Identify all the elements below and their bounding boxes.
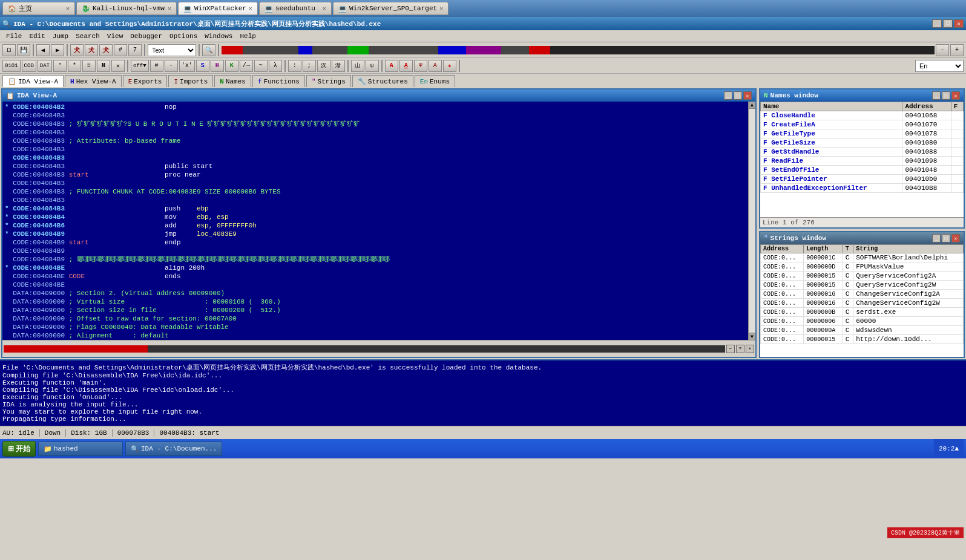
btn-star2[interactable]: ✶	[443, 60, 456, 72]
btn-hash2[interactable]: #	[150, 60, 163, 72]
btn-tilde[interactable]: ~	[254, 60, 268, 72]
btn-A2[interactable]: A	[399, 60, 413, 72]
menu-search[interactable]: Search	[72, 32, 104, 41]
back-button[interactable]: ◀	[36, 44, 50, 56]
scrollbar-up-btn[interactable]: ▲	[749, 102, 755, 109]
btn-asm1[interactable]: 0101	[2, 60, 21, 72]
tab-close-kali[interactable]: ✕	[168, 5, 171, 12]
bottom-nav-bar[interactable]	[4, 345, 725, 353]
names-table-row[interactable]: F CloseHandle 00401068	[761, 111, 964, 120]
strings-table-row[interactable]: CODE:0... 0000000D C FPUMaskValue	[761, 262, 964, 272]
btn-cross[interactable]: ✕	[111, 60, 125, 72]
scrollbar-down-btn[interactable]: ▼	[749, 333, 755, 340]
tab-ida-view[interactable]: 📋 IDA View-A	[2, 75, 64, 87]
menu-help[interactable]: Help	[236, 32, 259, 41]
taskbar-task-ida[interactable]: 🔍 IDA - C:\Documen...	[125, 441, 222, 456]
tab-home[interactable]: 🏠 主页 ✕	[2, 2, 75, 15]
strings-table-row[interactable]: CODE:0... 00000015 C QueryServiceConfig2…	[761, 272, 964, 281]
search-btn1[interactable]: 犬	[70, 44, 84, 56]
btn-S[interactable]: S	[196, 60, 209, 72]
btn-psi[interactable]: Ψ	[414, 60, 427, 72]
new-button[interactable]: 🗋	[2, 44, 16, 56]
tab-winxp[interactable]: 💻 WinXPattacker ✕	[178, 2, 258, 15]
strings-minimize-btn[interactable]: _	[932, 234, 941, 243]
tab-close-win2k[interactable]: ✕	[439, 5, 443, 12]
btn-A3[interactable]: A	[429, 60, 442, 72]
bottom-plus-btn[interactable]: +	[746, 345, 754, 353]
navigation-bar[interactable]	[222, 46, 935, 54]
names-restore-btn[interactable]: □	[942, 91, 950, 100]
menu-file[interactable]: File	[2, 32, 25, 41]
menu-debugger[interactable]: Debugger	[126, 32, 166, 41]
ida-restore-btn[interactable]: □	[734, 91, 742, 100]
plus-btn[interactable]: +	[950, 44, 964, 56]
en-dropdown[interactable]: En	[915, 60, 964, 72]
menu-jump[interactable]: Jump	[49, 32, 72, 41]
btn-chinese1[interactable]: 汉	[317, 60, 330, 72]
btn-colon[interactable]: :	[288, 60, 301, 72]
btn-lambda[interactable]: λ	[269, 60, 282, 72]
taskbar-task-hashed[interactable]: 📁 hashed	[38, 441, 123, 456]
strings-table-row[interactable]: CODE:0... 0000001C C SOFTWARE\Borland\De…	[761, 253, 964, 262]
code-scrollbar[interactable]: ▲ ▼	[748, 102, 755, 340]
btn-dot[interactable]: ·	[165, 60, 178, 72]
find-btn[interactable]: 🔍	[202, 44, 215, 56]
tab-seed[interactable]: 💻 seedubuntu ✕	[259, 2, 332, 15]
start-button[interactable]: ⊞ 开始	[2, 441, 36, 457]
names-table-row[interactable]: F CreateFileA 00401070	[761, 120, 964, 129]
search-btn2[interactable]: 犬	[85, 44, 98, 56]
tab-kali[interactable]: 🐉 Kali-Linux-hql-vmware-amd64 ✕	[76, 2, 177, 15]
menu-view[interactable]: View	[104, 32, 126, 41]
tab-imports[interactable]: I Imports	[168, 75, 213, 87]
strings-restore-btn[interactable]: □	[942, 234, 950, 243]
ida-code-area[interactable]: * CODE:004084B2 nop CODE:004084B3 CODE:0…	[2, 102, 755, 340]
strings-table-row[interactable]: CODE:0... 0000000A C Wdswsdewn	[761, 326, 964, 335]
tab-functions[interactable]: f Functions	[252, 75, 305, 87]
names-table-row[interactable]: F ReadFile 00401098	[761, 157, 964, 166]
tab-strings[interactable]: " Strings	[306, 75, 351, 87]
minimize-button[interactable]: _	[932, 19, 942, 28]
names-table-container[interactable]: Name Address F F CloseHandle 00401068 F …	[760, 102, 964, 217]
strings-table-row[interactable]: CODE:0... 00000015 C http://down.10dd...	[761, 335, 964, 344]
tab-win2k[interactable]: 💻 Win2kServer_SP0_target ✕	[333, 2, 448, 15]
ida-minimize-btn[interactable]: _	[724, 91, 732, 100]
maximize-button[interactable]: □	[943, 19, 953, 28]
hash-btn[interactable]: #	[114, 44, 127, 56]
btn-H[interactable]: H	[211, 60, 224, 72]
forward-button[interactable]: ▶	[51, 44, 64, 56]
btn-A1[interactable]: A	[385, 60, 398, 72]
scrollbar-track[interactable]	[749, 109, 755, 333]
menu-windows[interactable]: Windows	[201, 32, 236, 41]
tab-enums[interactable]: En Enums	[415, 75, 455, 87]
strings-table-row[interactable]: CODE:0... 00000006 C 60000	[761, 317, 964, 326]
btn-asm3[interactable]: DAT	[38, 60, 52, 72]
btn-wave1[interactable]: 山	[351, 60, 364, 72]
btn-chinese2[interactable]: 渐	[332, 60, 345, 72]
search-btn3[interactable]: 犬	[99, 44, 113, 56]
tab-close-home[interactable]: ✕	[66, 5, 70, 12]
btn-asm2[interactable]: COD	[22, 60, 36, 72]
names-table-row[interactable]: F SetEndOfFile 00401048	[761, 166, 964, 175]
bottom-question-btn[interactable]: ?	[736, 345, 744, 353]
num-btn[interactable]: 7	[128, 44, 142, 56]
view-dropdown[interactable]: Text	[148, 44, 196, 56]
tab-exports[interactable]: E Exports	[123, 75, 168, 87]
open-button[interactable]: 💾	[17, 44, 30, 56]
names-table-row[interactable]: F UnhandledExceptionFilter 004010B8	[761, 184, 964, 193]
strings-table-container[interactable]: Address Length T String CODE:0... 000000…	[760, 244, 964, 357]
strings-table-row[interactable]: CODE:0... 00000015 C QueryServiceConfig2…	[761, 281, 964, 290]
names-table-row[interactable]: F GetStdHandle 00401088	[761, 148, 964, 157]
menu-options[interactable]: Options	[166, 32, 201, 41]
btn-asm5[interactable]: *	[68, 60, 81, 72]
strings-table-row[interactable]: CODE:0... 00000016 C ChangeServiceConfig…	[761, 299, 964, 308]
close-button[interactable]: ✕	[954, 19, 964, 28]
names-table-row[interactable]: F GetFileType 00401078	[761, 129, 964, 138]
btn-asm6[interactable]: ≡	[82, 60, 96, 72]
names-table-row[interactable]: F SetFilePointer 004010b0	[761, 175, 964, 184]
tab-structures[interactable]: 🔧 Structures	[352, 75, 413, 87]
strings-table-row[interactable]: CODE:0... 00000016 C ChangeServiceConfig…	[761, 290, 964, 299]
names-minimize-btn[interactable]: _	[932, 91, 941, 100]
btn-asm4[interactable]: "	[53, 60, 67, 72]
strings-table-row[interactable]: CODE:0... 0000000B C serdst.exe	[761, 308, 964, 317]
bottom-minus-btn[interactable]: −	[726, 345, 735, 353]
